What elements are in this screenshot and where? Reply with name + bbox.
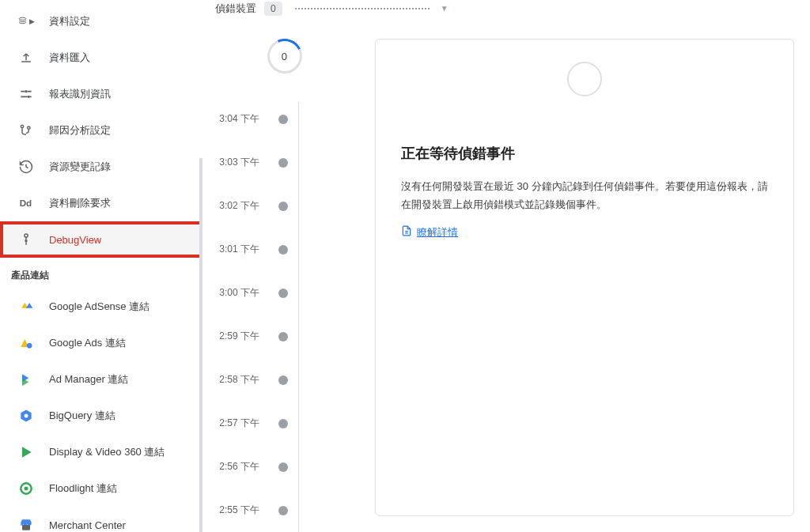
event-counter-value: 0 (282, 50, 287, 62)
scrollbar-track[interactable] (199, 158, 202, 532)
timeline-dot-icon (278, 115, 288, 124)
timeline-time: 2:58 下午 (214, 373, 275, 387)
sidebar-item-label: DebugView (49, 234, 101, 246)
merchant-icon (17, 516, 35, 532)
sidebar-item-label: 資料刪除要求 (49, 196, 111, 210)
timeline-row: 2:58 下午 (214, 358, 356, 402)
sidebar-item-merchant[interactable]: Merchant Center (0, 507, 202, 532)
timeline-row: 2:56 下午 (214, 445, 356, 489)
sidebar-item-adsense[interactable]: Google AdSense 連結 (0, 289, 202, 325)
sidebar-item-label: 資料匯入 (49, 51, 90, 65)
timeline-time: 3:00 下午 (214, 286, 275, 300)
timeline-time: 2:59 下午 (214, 330, 275, 343)
sidebar-item-label: Google AdSense 連結 (49, 300, 150, 314)
sidebar-item-admgr[interactable]: Ad Manager 連結 (0, 361, 202, 398)
upload-icon (17, 49, 35, 66)
timeline-row: 3:04 下午 (214, 97, 356, 141)
sidebar-item-branch[interactable]: 歸因分析設定 (0, 112, 202, 149)
timeline-row: 2:59 下午 (214, 315, 356, 358)
dd-icon (17, 194, 35, 212)
adsense-icon (17, 298, 35, 315)
sidebar-item-history[interactable]: 資源變更記錄 (0, 149, 202, 185)
sidebar-item-dd[interactable]: 資料刪除要求 (0, 185, 202, 221)
debug-device-label: 偵錯裝置 (215, 2, 256, 16)
sidebar-item-label: 資源變更記錄 (49, 160, 111, 174)
timeline-time: 3:01 下午 (214, 243, 275, 256)
stack-icon: ▶ (17, 13, 35, 30)
dv360-icon (17, 443, 35, 461)
timeline-time: 3:04 下午 (214, 112, 275, 126)
branch-icon (17, 122, 35, 139)
sidebar-item-stack[interactable]: ▶資料設定 (0, 3, 202, 40)
timeline-dot-icon (278, 419, 288, 428)
admgr-icon (17, 371, 35, 388)
timeline-row: 3:01 下午 (214, 228, 356, 271)
timeline-time: 2:55 下午 (214, 504, 275, 517)
timeline-dot-icon (278, 506, 288, 515)
event-counter-ring: 0 (263, 34, 307, 78)
sidebar-item-upload[interactable]: 資料匯入 (0, 40, 202, 76)
timeline-dot-icon (278, 375, 288, 385)
timeline-dot-icon (278, 158, 288, 168)
sidebar-item-label: Display & Video 360 連結 (49, 445, 165, 459)
sidebar-item-label: 歸因分析設定 (49, 123, 111, 138)
document-icon (401, 225, 412, 239)
learn-more-link[interactable]: 瞭解詳情 (401, 225, 458, 240)
panel-body-text: 沒有任何開發裝置在最近 30 分鐘內記錄到任何偵錯事件。若要使用這份報表，請在開… (401, 177, 768, 214)
sidebar-item-flood[interactable]: Floodlight 連結 (0, 470, 202, 507)
debug-device-bar: 偵錯裝置 0 ▼ (214, 0, 794, 17)
panel-title: 正在等待偵錯事件 (401, 144, 768, 163)
separator-dotted (295, 8, 430, 9)
timeline-dot-icon (278, 289, 288, 298)
sidebar-item-dv360[interactable]: Display & Video 360 連結 (0, 434, 202, 470)
sidebar-item-label: Ad Manager 連結 (49, 372, 128, 387)
sidebar-section-header: 產品連結 (0, 258, 202, 289)
sidebar-item-label: Floodlight 連結 (49, 481, 117, 496)
timeline-dot-icon (278, 245, 288, 255)
timeline-axis (298, 102, 299, 532)
timeline-row: 2:55 下午 (214, 489, 356, 532)
history-icon (17, 158, 35, 175)
flood-icon (17, 480, 35, 497)
event-timeline: 0 3:04 下午3:03 下午3:02 下午3:01 下午3:00 下午2:5… (214, 17, 356, 532)
timeline-dot-icon (278, 462, 288, 472)
timeline-row: 3:02 下午 (214, 184, 356, 228)
bigquery-icon (17, 407, 35, 424)
sidebar-item-label: Merchant Center (49, 519, 126, 531)
sidebar-item-sliders[interactable]: 報表識別資訊 (0, 76, 202, 112)
sidebar: ▶資料設定資料匯入報表識別資訊歸因分析設定資源變更記錄資料刪除要求DebugVi… (0, 0, 202, 532)
timeline-time: 2:57 下午 (214, 417, 275, 430)
main-area: 偵錯裝置 0 ▼ 0 3:04 下午3:03 下午3:02 下午3:01 下午3… (202, 0, 810, 532)
timeline-dot-icon (278, 332, 288, 341)
waiting-panel: 正在等待偵錯事件 沒有任何開發裝置在最近 30 分鐘內記錄到任何偵錯事件。若要使… (375, 39, 794, 516)
timeline-row: 3:00 下午 (214, 271, 356, 315)
sidebar-item-label: 報表識別資訊 (49, 87, 111, 101)
sidebar-item-label: Google Ads 連結 (49, 336, 126, 350)
timeline-row: 3:03 下午 (214, 141, 356, 184)
sidebar-item-bigquery[interactable]: BigQuery 連結 (0, 398, 202, 434)
sidebar-item-label: 資料設定 (49, 14, 90, 28)
timeline-time: 3:03 下午 (214, 156, 275, 169)
ads-icon (17, 334, 35, 352)
sidebar-item-debug[interactable]: DebugView (0, 221, 202, 258)
timeline-row: 2:57 下午 (214, 402, 356, 445)
placeholder-circle-icon (567, 62, 602, 96)
sidebar-item-label: BigQuery 連結 (49, 409, 115, 423)
debug-device-count: 0 (264, 2, 282, 16)
timeline-time: 2:56 下午 (214, 460, 275, 474)
sidebar-item-ads[interactable]: Google Ads 連結 (0, 325, 202, 361)
debug-icon (17, 231, 35, 248)
chevron-down-icon[interactable]: ▼ (441, 4, 449, 13)
sliders-icon (17, 85, 35, 103)
learn-more-label: 瞭解詳情 (417, 225, 458, 240)
timeline-time: 3:02 下午 (214, 199, 275, 213)
timeline-dot-icon (278, 202, 288, 211)
